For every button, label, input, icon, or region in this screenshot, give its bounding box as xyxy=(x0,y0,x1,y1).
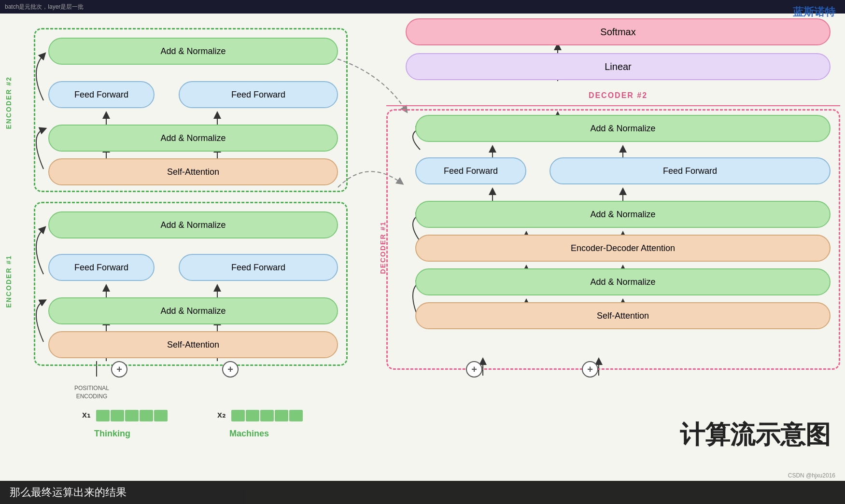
x1-label: x₁ xyxy=(82,410,90,420)
encoder-section: ENCODER #2 Add & Normalize Feed Forward … xyxy=(19,23,352,476)
dec-feed-forward-right: Feed Forward xyxy=(549,157,831,184)
softmax-block: Softmax xyxy=(406,18,831,45)
csdn-label: CSDN @hjxu2016 xyxy=(788,472,835,479)
dec-enc-dec-attention: Encoder-Decoder Attention xyxy=(415,235,831,262)
calc-flow-title: 计算流示意图 xyxy=(680,418,831,452)
enc2-feed-forward-left: Feed Forward xyxy=(48,81,155,108)
decoder1-label: DECODER #1 xyxy=(379,221,387,274)
dec-plus-circle-2: + xyxy=(582,361,598,378)
watermark: 蓝斯诺特 xyxy=(793,5,835,19)
enc2-add-normalize-mid: Add & Normalize xyxy=(48,125,338,152)
dec-self-attention: Self-Attention xyxy=(415,302,831,329)
x1-area: x₁ xyxy=(82,409,168,421)
encoder2-label: ENCODER #2 xyxy=(5,76,13,129)
enc1-feed-forward-right: Feed Forward xyxy=(179,254,338,281)
pos-enc-label: POSITIONALENCODING xyxy=(68,384,116,401)
subtitle-bar: 那么最终运算出来的结果 xyxy=(0,481,845,504)
dec-add-normalize-3: Add & Normalize xyxy=(415,268,831,295)
dec-add-normalize-2: Add & Normalize xyxy=(415,201,831,228)
top-bar-text: batch是元批次，layer是层一批 xyxy=(5,3,84,11)
decoder-section: Softmax Linear DECODER #2 DECODER #1 Add… xyxy=(381,14,840,476)
x2-label: x₂ xyxy=(217,410,225,420)
enc-plus-circle-2: + xyxy=(222,361,239,378)
enc2-self-attention: Self-Attention xyxy=(48,158,338,185)
enc1-add-normalize-mid: Add & Normalize xyxy=(48,297,338,324)
top-bar: batch是元批次，layer是层一批 xyxy=(0,0,845,14)
decoder2-area xyxy=(386,85,840,106)
x2-word: Machines xyxy=(229,429,269,439)
enc1-feed-forward-left: Feed Forward xyxy=(48,254,155,281)
enc2-add-normalize-top: Add & Normalize xyxy=(48,38,338,65)
enc2-feed-forward-right: Feed Forward xyxy=(179,81,338,108)
enc1-add-normalize-top: Add & Normalize xyxy=(48,211,338,238)
x2-area: x₂ xyxy=(217,409,303,421)
dec-feed-forward-left: Feed Forward xyxy=(415,157,526,184)
enc-plus-circle-1: + xyxy=(111,361,127,378)
x1-word: Thinking xyxy=(94,429,130,439)
diagram: ENCODER #2 Add & Normalize Feed Forward … xyxy=(0,14,845,481)
encoder1-label: ENCODER #1 xyxy=(5,255,13,308)
dec-add-normalize-1: Add & Normalize xyxy=(415,115,831,142)
linear-block: Linear xyxy=(406,53,831,80)
subtitle-text: 那么最终运算出来的结果 xyxy=(10,485,127,500)
enc1-self-attention: Self-Attention xyxy=(48,331,338,358)
dec-plus-circle-1: + xyxy=(466,361,482,378)
